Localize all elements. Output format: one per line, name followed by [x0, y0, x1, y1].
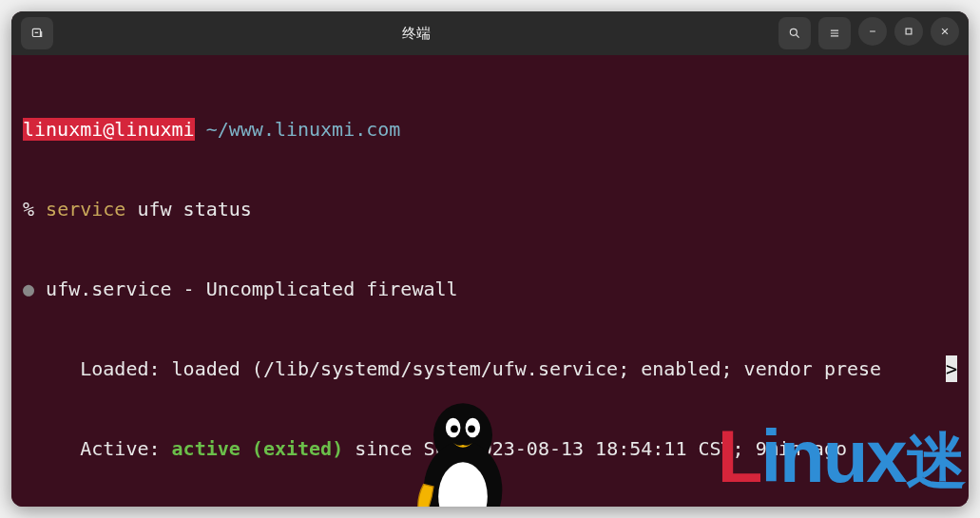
window-title: 终端	[61, 25, 771, 43]
prompt-cwd: ~/www.linuxmi.com	[206, 118, 401, 141]
prompt-command: service	[46, 198, 125, 221]
svg-point-3	[790, 29, 797, 35]
prompt-args: ufw status	[137, 198, 251, 221]
new-tab-button[interactable]	[21, 17, 53, 49]
line-truncate-icon: >	[946, 355, 957, 382]
active-state: active (exited)	[172, 437, 344, 460]
bullet-icon: ●	[23, 278, 34, 300]
svg-point-16	[466, 417, 481, 437]
svg-point-14	[438, 462, 488, 507]
close-button[interactable]	[931, 17, 959, 46]
prompt-user-host: linuxmi@linuxmi	[23, 118, 195, 141]
prompt-symbol: %	[23, 198, 34, 221]
svg-point-17	[451, 425, 458, 432]
search-button[interactable]	[778, 17, 811, 49]
active-rest: since Sun 2023-08-13 18:54:11 CST; 9min …	[343, 437, 847, 460]
maximize-button[interactable]	[894, 17, 923, 46]
active-label: Active:	[80, 437, 160, 460]
svg-line-4	[797, 35, 799, 38]
terminal-window: 终端 linuxmi@linuxmi ~/www.linuxmi.com % s…	[11, 11, 969, 507]
svg-rect-9	[906, 29, 912, 34]
loaded-label: Loaded:	[80, 357, 160, 380]
service-header: ufw.service - Uncomplicated firewall	[46, 278, 457, 300]
minimize-button[interactable]	[858, 17, 887, 46]
menu-button[interactable]	[818, 17, 851, 49]
svg-point-18	[468, 425, 475, 432]
terminal-viewport[interactable]: linuxmi@linuxmi ~/www.linuxmi.com % serv…	[11, 55, 969, 507]
loaded-value: loaded (/lib/systemd/system/ufw.service;…	[172, 357, 882, 380]
svg-point-15	[446, 417, 461, 437]
titlebar: 终端	[11, 11, 969, 55]
